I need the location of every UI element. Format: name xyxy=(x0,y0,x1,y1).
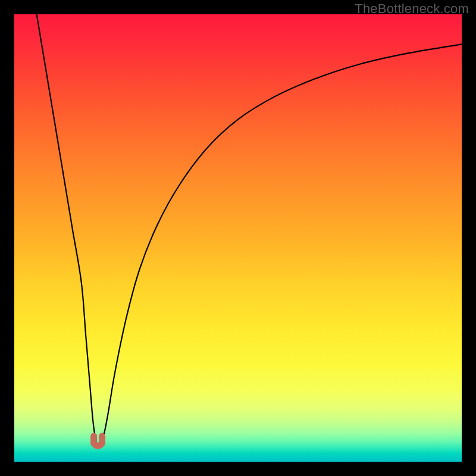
curve-layer xyxy=(14,14,462,462)
chart-container: TheBottleneck.com xyxy=(0,0,476,476)
plot-area xyxy=(14,14,462,462)
minimum-marker xyxy=(94,436,102,446)
bottleneck-curve xyxy=(37,14,462,444)
